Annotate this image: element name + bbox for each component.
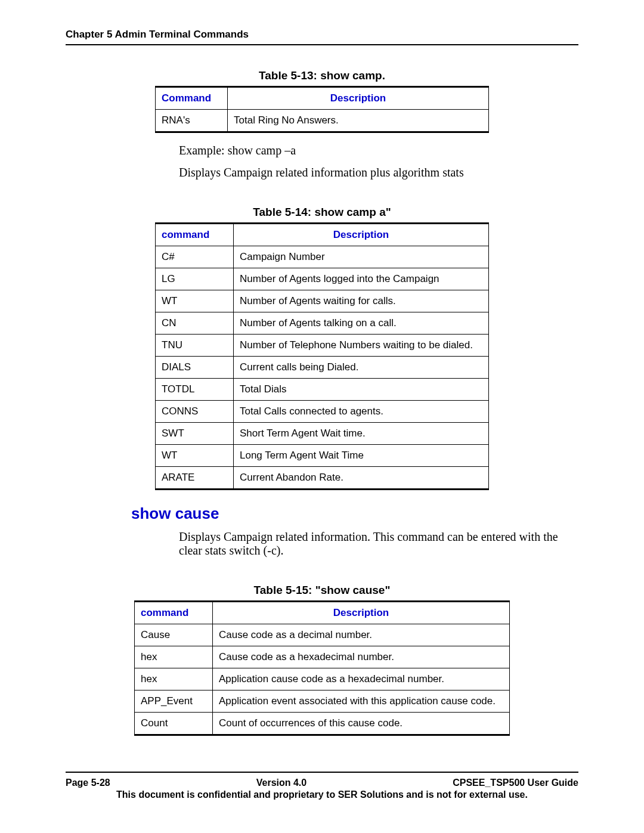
example-text: Example: show camp –a — [66, 144, 578, 157]
table-row: DIALSCurrent calls being Dialed. — [156, 357, 489, 379]
footer-version: Version 4.0 — [256, 778, 307, 788]
cell: Number of Agents talking on a call. — [234, 312, 489, 335]
cell: Number of Telephone Numbers waiting to b… — [234, 335, 489, 357]
footer-page: Page 5-28 — [66, 778, 110, 788]
table-513-col-description: Description — [228, 87, 489, 110]
page-header: Chapter 5 Admin Terminal Commands — [66, 29, 578, 45]
cell: Campaign Number — [234, 246, 489, 268]
table-513: Command Description RNA's Total Ring No … — [155, 86, 489, 133]
body-text: Displays Campaign related information pl… — [66, 166, 578, 179]
cell: Cause — [135, 624, 213, 646]
table-row: TNUNumber of Telephone Numbers waiting t… — [156, 335, 489, 357]
body-text: Displays Campaign related information. T… — [66, 530, 578, 558]
cell: TNU — [156, 335, 234, 357]
cell: TOTDL — [156, 379, 234, 401]
table-row: LGNumber of Agents logged into the Campa… — [156, 268, 489, 290]
cell: Number of Agents logged into the Campaig… — [234, 268, 489, 290]
table-513-col-command: Command — [156, 87, 228, 110]
footer-guide: CPSEE_TSP500 User Guide — [453, 778, 578, 788]
cell: CONNS — [156, 401, 234, 423]
table-row: CauseCause code as a decimal number. — [135, 624, 510, 646]
cell: DIALS — [156, 357, 234, 379]
table-515-col-command: command — [135, 602, 213, 624]
cell: Current Abandon Rate. — [234, 467, 489, 490]
cell: CN — [156, 312, 234, 335]
section-heading-show-cause: show cause — [66, 504, 578, 523]
cell: Application cause code as a hexadecimal … — [213, 668, 510, 690]
table-515-col-description: Description — [213, 602, 510, 624]
table-row: CNNumber of Agents talking on a call. — [156, 312, 489, 335]
cell: ARATE — [156, 467, 234, 490]
cell: Count — [135, 713, 213, 735]
footer-confidential-note: This document is confidential and propri… — [66, 789, 578, 800]
table-row: SWTShort Term Agent Wait time. — [156, 423, 489, 445]
table-row: APP_EventApplication event associated wi… — [135, 690, 510, 713]
table-row: ARATECurrent Abandon Rate. — [156, 467, 489, 490]
cell: SWT — [156, 423, 234, 445]
table-514-col-command: command — [156, 224, 234, 246]
table-row: WTNumber of Agents waiting for calls. — [156, 290, 489, 312]
cell: Total Calls connected to agents. — [234, 401, 489, 423]
cell: Total Ring No Answers. — [228, 110, 489, 132]
table-514-col-description: Description — [234, 224, 489, 246]
cell: Cause code as a decimal number. — [213, 624, 510, 646]
page-footer: Page 5-28 Version 4.0 CPSEE_TSP500 User … — [66, 772, 578, 800]
cell: Number of Agents waiting for calls. — [234, 290, 489, 312]
cell: LG — [156, 268, 234, 290]
table-515-title: Table 5-15: "show cause" — [66, 584, 578, 597]
cell: hex — [135, 646, 213, 668]
table-row: hexApplication cause code as a hexadecim… — [135, 668, 510, 690]
table-row: TOTDLTotal Dials — [156, 379, 489, 401]
cell: Current calls being Dialed. — [234, 357, 489, 379]
table-row: C#Campaign Number — [156, 246, 489, 268]
table-514: command Description C#Campaign Number LG… — [155, 222, 489, 490]
cell: WT — [156, 445, 234, 467]
cell: RNA's — [156, 110, 228, 132]
cell: hex — [135, 668, 213, 690]
cell: Short Term Agent Wait time. — [234, 423, 489, 445]
cell: WT — [156, 290, 234, 312]
table-513-title: Table 5-13: show camp. — [66, 69, 578, 82]
table-row: CountCount of occurrences of this cause … — [135, 713, 510, 735]
table-515: command Description CauseCause code as a… — [134, 600, 510, 736]
cell: Total Dials — [234, 379, 489, 401]
cell: C# — [156, 246, 234, 268]
cell: Long Term Agent Wait Time — [234, 445, 489, 467]
table-row: RNA's Total Ring No Answers. — [156, 110, 489, 132]
cell: Application event associated with this a… — [213, 690, 510, 713]
cell: Count of occurrences of this cause code. — [213, 713, 510, 735]
table-row: CONNSTotal Calls connected to agents. — [156, 401, 489, 423]
table-row: hexCause code as a hexadecimal number. — [135, 646, 510, 668]
cell: APP_Event — [135, 690, 213, 713]
cell: Cause code as a hexadecimal number. — [213, 646, 510, 668]
table-row: WTLong Term Agent Wait Time — [156, 445, 489, 467]
table-514-title: Table 5-14: show camp a" — [66, 206, 578, 219]
